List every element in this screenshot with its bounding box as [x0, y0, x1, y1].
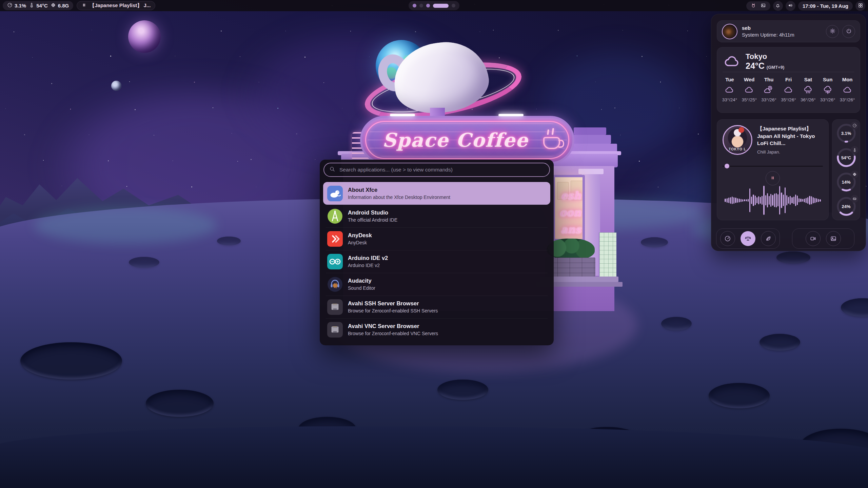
workspace-indicator-1[interactable] — [413, 4, 416, 7]
waveform-bar — [733, 197, 734, 204]
power-button[interactable] — [842, 25, 855, 38]
app-description: Browse for Zeroconf-enabled VNC Servers — [348, 331, 438, 336]
pause-icon[interactable] — [81, 2, 87, 9]
purple-planet — [128, 20, 161, 53]
app-row-audacity[interactable]: Audacity Sound Editor — [323, 273, 550, 296]
gear-icon — [829, 28, 836, 35]
screen-record-button[interactable] — [806, 231, 821, 246]
workspace-switcher[interactable] — [409, 1, 459, 10]
network-app-icon — [327, 322, 343, 338]
sign-text: Space Coffee — [362, 129, 549, 151]
gauge-thermometer: 54°C — [835, 147, 857, 168]
waveform-bar — [748, 199, 749, 202]
forecast-day-wed: Wed 35°/25° — [739, 75, 759, 110]
waveform-bar — [755, 196, 756, 205]
system-stats-pill: 3.1% 54°C 6.8G — [3, 1, 73, 10]
settings-button[interactable] — [826, 25, 839, 38]
app-grid-button[interactable] — [855, 1, 865, 11]
arduino-app-icon — [327, 254, 343, 269]
waveform-bar — [772, 195, 773, 206]
capture-group — [792, 228, 854, 249]
audio-waveform — [721, 184, 824, 217]
cat-tray-icon[interactable] — [751, 3, 756, 9]
screenshot-button[interactable] — [826, 231, 841, 246]
rain-cloud-icon — [803, 85, 813, 95]
cloud-icon — [784, 85, 793, 95]
thermometer-icon — [851, 146, 859, 154]
notifications-button[interactable] — [773, 1, 783, 11]
window-neon-text: oon — [559, 206, 581, 219]
anydesk-app-icon — [327, 231, 343, 247]
waveform-bar — [786, 195, 787, 205]
waveform-bar — [742, 199, 743, 202]
workspace-indicator-5[interactable] — [452, 4, 455, 7]
app-results-list: About Xfce Information about the Xfce De… — [323, 182, 550, 341]
tile-wall — [599, 232, 616, 277]
horizon-glow — [34, 207, 217, 244]
progress-knob[interactable] — [725, 164, 729, 168]
app-description: Browse for Zeroconf-enabled SSH Servers — [348, 308, 438, 313]
image-tray-icon[interactable] — [761, 3, 766, 9]
waveform-bar — [763, 186, 764, 215]
app-description: Sound Editor — [348, 285, 375, 291]
avatar[interactable] — [722, 24, 737, 39]
search-bar[interactable] — [323, 163, 550, 177]
cloud-icon — [744, 85, 754, 95]
clock-pill[interactable]: 17:09 - Tue, 19 Aug — [798, 1, 853, 11]
app-row-android-studio[interactable]: Android Studio The official Android IDE — [323, 205, 550, 227]
chip-icon — [851, 170, 859, 178]
workspace-indicator-3[interactable] — [426, 4, 430, 7]
shop-window: eshoonans — [553, 175, 585, 241]
window-neon-text: ans — [561, 223, 581, 236]
app-row-avahi-vnc-server-browser[interactable]: Avahi VNC Server Browser Browse for Zero… — [323, 318, 550, 341]
sign-light — [390, 114, 415, 116]
waveform-bar — [811, 196, 812, 204]
search-input[interactable] — [339, 166, 544, 173]
progress-bar[interactable] — [723, 164, 823, 168]
systray-pill — [746, 1, 770, 11]
user-name: seb — [742, 25, 794, 31]
roof-step — [571, 135, 611, 144]
temp-stat: 54°C — [29, 2, 48, 9]
weather-temp: 24°C — [746, 61, 765, 71]
weather-city: Tokyo — [746, 53, 784, 61]
performance-button[interactable] — [720, 231, 735, 246]
app-title: AnyDesk — [348, 232, 372, 239]
balanced-button[interactable] — [741, 231, 755, 246]
now-playing-pill[interactable]: 【Japanese Playlist】 J... — [77, 1, 155, 10]
forecast-day-sat: Sat 36°/26° — [798, 75, 818, 110]
music-player-card: TOKYO L 【Japanese Playlist】 Japan All Ni… — [717, 119, 829, 220]
forecast-day-mon: Mon 33°/26° — [837, 75, 857, 110]
gauge-disk: 24% — [835, 196, 857, 217]
track-title: 【Japanese Playlist】 Japan All Night - To… — [757, 125, 824, 147]
waveform-bar — [725, 199, 726, 202]
bush — [547, 239, 595, 260]
app-description: The official Android IDE — [348, 217, 397, 223]
waveform-bar — [791, 197, 792, 203]
cloud-icon — [843, 85, 852, 95]
app-row-anydesk[interactable]: AnyDesk AnyDesk — [323, 227, 550, 250]
waveform-bar — [816, 198, 817, 202]
workspace-indicator-4[interactable] — [433, 4, 449, 8]
pause-icon — [770, 175, 775, 182]
forecast-day-tue: Tue 33°/24° — [720, 75, 739, 110]
album-art[interactable]: TOKYO L — [723, 125, 752, 155]
waveform-bar — [758, 196, 759, 204]
waveform-bar — [737, 198, 738, 203]
volume-button[interactable] — [786, 1, 795, 11]
roof-step — [574, 127, 606, 135]
pause-button[interactable] — [766, 171, 780, 185]
network-app-icon — [327, 299, 343, 315]
power-saver-button[interactable] — [761, 231, 776, 246]
app-row-arduino-ide-v2[interactable]: Arduino IDE v2 Arduino IDE v2 — [323, 250, 550, 273]
neon-coffee-cup-icon — [543, 137, 560, 149]
speaker-icon — [788, 3, 793, 9]
app-row-about-xfce[interactable]: About Xfce Information about the Xfce De… — [323, 182, 550, 205]
app-row-avahi-ssh-server-browser[interactable]: Avahi SSH Server Browser Browse for Zero… — [323, 296, 550, 318]
cpu-stat: 3.1% — [7, 2, 26, 9]
waveform-bar — [730, 197, 731, 204]
waveform-bar — [749, 188, 750, 212]
workspace-indicator-2[interactable] — [419, 4, 423, 7]
power-profile-group — [716, 228, 780, 249]
waveform-bar — [781, 192, 782, 208]
